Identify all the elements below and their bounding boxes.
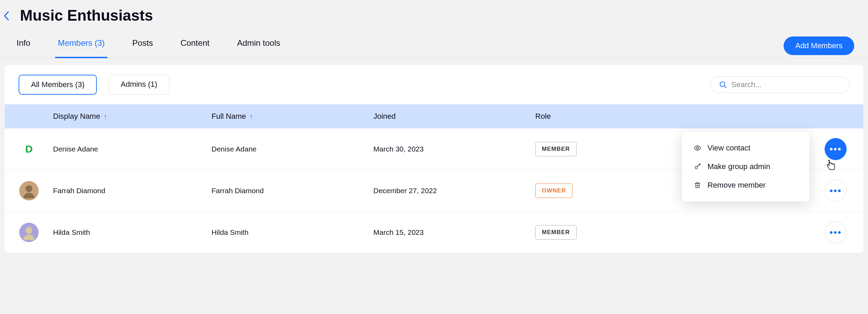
menu-item-label: Remove member: [707, 181, 766, 190]
cell-display-name: Hilda Smith: [53, 228, 211, 237]
svg-point-5: [25, 227, 32, 234]
role-badge: OWNER: [535, 184, 572, 198]
page-title: Music Enthusiasts: [20, 7, 153, 24]
cell-joined: December 27, 2022: [373, 187, 535, 195]
avatar: [19, 181, 39, 200]
svg-point-0: [720, 82, 725, 87]
tab-content[interactable]: Content: [178, 38, 212, 58]
more-icon: •••: [829, 186, 841, 196]
th-display-name-label: Display Name: [53, 112, 100, 121]
search-icon: [719, 81, 727, 89]
avatar: D: [19, 139, 39, 159]
table-header: Display Name ↑ Full Name ↑ Joined Role: [5, 104, 863, 128]
cell-joined: March 30, 2023: [373, 145, 535, 153]
filter-all-members[interactable]: All Members (3): [19, 75, 97, 95]
cell-full-name: Denise Adane: [211, 145, 373, 153]
cell-display-name: Farrah Diamond: [53, 187, 211, 195]
trash-icon: [694, 181, 701, 189]
sort-arrow-icon: ↑: [249, 113, 253, 121]
table-row: Hilda Smith Hilda Smith March 15, 2023 M…: [5, 212, 863, 253]
row-more-button[interactable]: •••: [825, 221, 847, 243]
cell-joined: March 15, 2023: [373, 228, 535, 237]
row-more-button[interactable]: •••: [825, 180, 847, 202]
menu-make-admin[interactable]: Make group admin: [682, 157, 809, 176]
search-input[interactable]: [731, 80, 841, 89]
more-icon: •••: [829, 228, 841, 237]
th-joined-label: Joined: [373, 112, 396, 121]
menu-item-label: Make group admin: [707, 162, 770, 171]
svg-line-1: [725, 86, 726, 88]
cell-full-name: Hilda Smith: [211, 228, 373, 237]
tab-members[interactable]: Members (3): [55, 38, 107, 58]
role-badge: MEMBER: [535, 142, 577, 156]
menu-view-contact[interactable]: View contact: [682, 139, 809, 157]
add-members-button[interactable]: Add Members: [784, 36, 854, 55]
cell-display-name: Denise Adane: [53, 145, 211, 153]
avatar: [19, 223, 39, 242]
tab-posts[interactable]: Posts: [130, 38, 156, 58]
menu-remove-member[interactable]: Remove member: [682, 176, 809, 195]
th-display-name[interactable]: Display Name ↑: [53, 112, 211, 121]
th-role[interactable]: Role: [535, 112, 808, 121]
row-actions-menu: View contact Make group admin Remove mem…: [682, 132, 809, 201]
sort-arrow-icon: ↑: [104, 113, 107, 121]
th-full-name[interactable]: Full Name ↑: [211, 112, 373, 121]
back-arrow-icon[interactable]: [3, 11, 10, 23]
more-icon: •••: [829, 144, 841, 154]
filter-admins[interactable]: Admins (1): [108, 75, 169, 95]
tab-info[interactable]: Info: [14, 38, 33, 58]
th-role-label: Role: [535, 112, 551, 121]
eye-icon: [694, 144, 701, 152]
tab-admin-tools[interactable]: Admin tools: [234, 38, 283, 58]
role-badge: MEMBER: [535, 225, 577, 240]
cell-full-name: Farrah Diamond: [211, 187, 373, 195]
th-joined[interactable]: Joined: [373, 112, 535, 121]
menu-item-label: View contact: [707, 144, 750, 153]
key-icon: [694, 163, 701, 170]
svg-point-3: [25, 185, 32, 192]
search-field[interactable]: [710, 76, 849, 93]
th-full-name-label: Full Name: [211, 112, 246, 121]
row-more-button[interactable]: •••: [825, 138, 847, 160]
svg-point-6: [696, 147, 699, 149]
